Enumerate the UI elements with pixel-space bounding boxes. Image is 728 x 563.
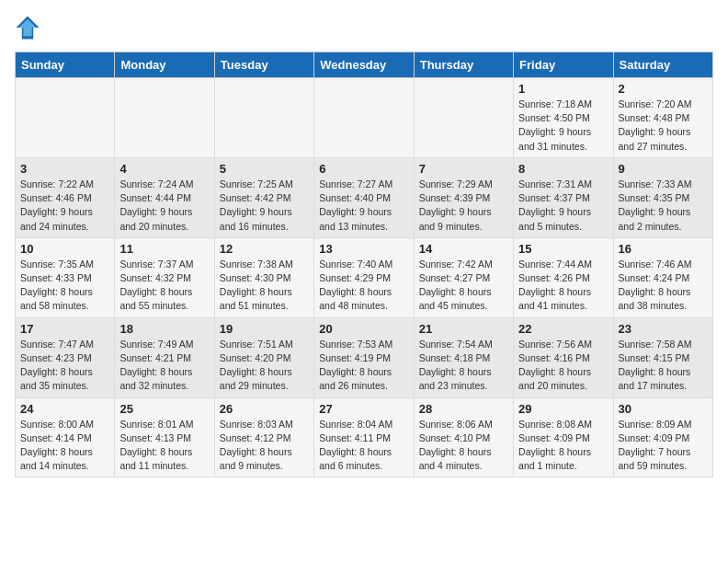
day-cell: 25Sunrise: 8:01 AM Sunset: 4:13 PM Dayli… — [115, 397, 214, 477]
day-detail: Sunrise: 7:56 AM Sunset: 4:16 PM Dayligh… — [518, 338, 608, 394]
day-detail: Sunrise: 7:29 AM Sunset: 4:39 PM Dayligh… — [419, 178, 508, 234]
weekday-header-tuesday: Tuesday — [214, 52, 313, 78]
day-number: 16 — [619, 242, 708, 256]
day-cell: 12Sunrise: 7:38 AM Sunset: 4:30 PM Dayli… — [214, 237, 313, 317]
day-cell: 22Sunrise: 7:56 AM Sunset: 4:16 PM Dayli… — [514, 317, 613, 397]
day-detail: Sunrise: 7:25 AM Sunset: 4:42 PM Dayligh… — [220, 178, 309, 234]
day-cell — [314, 78, 414, 158]
day-detail: Sunrise: 7:44 AM Sunset: 4:26 PM Dayligh… — [518, 258, 608, 314]
day-detail: Sunrise: 7:35 AM Sunset: 4:33 PM Dayligh… — [20, 258, 109, 314]
day-number: 5 — [220, 162, 309, 176]
day-detail: Sunrise: 7:22 AM Sunset: 4:46 PM Dayligh… — [20, 178, 109, 234]
day-cell: 4Sunrise: 7:24 AM Sunset: 4:44 PM Daylig… — [115, 157, 214, 237]
day-detail: Sunrise: 7:24 AM Sunset: 4:44 PM Dayligh… — [119, 178, 209, 234]
day-cell: 8Sunrise: 7:31 AM Sunset: 4:37 PM Daylig… — [514, 157, 613, 237]
day-number: 8 — [518, 162, 608, 176]
weekday-header-monday: Monday — [115, 52, 214, 78]
day-number: 4 — [119, 162, 209, 176]
weekday-header-friday: Friday — [514, 52, 613, 78]
week-row-2: 3Sunrise: 7:22 AM Sunset: 4:46 PM Daylig… — [16, 157, 713, 237]
day-detail: Sunrise: 7:18 AM Sunset: 4:50 PM Dayligh… — [518, 98, 608, 154]
day-number: 12 — [220, 242, 309, 256]
day-cell: 23Sunrise: 7:58 AM Sunset: 4:15 PM Dayli… — [613, 317, 712, 397]
logo-icon — [15, 15, 40, 40]
day-detail: Sunrise: 7:37 AM Sunset: 4:32 PM Dayligh… — [119, 258, 209, 314]
day-cell: 27Sunrise: 8:04 AM Sunset: 4:11 PM Dayli… — [314, 397, 414, 477]
day-number: 21 — [419, 322, 508, 336]
day-cell: 5Sunrise: 7:25 AM Sunset: 4:42 PM Daylig… — [214, 157, 313, 237]
day-cell: 17Sunrise: 7:47 AM Sunset: 4:23 PM Dayli… — [16, 317, 115, 397]
day-cell: 26Sunrise: 8:03 AM Sunset: 4:12 PM Dayli… — [214, 397, 313, 477]
day-number: 28 — [419, 402, 508, 416]
day-number: 23 — [619, 322, 708, 336]
day-detail: Sunrise: 8:03 AM Sunset: 4:12 PM Dayligh… — [220, 418, 309, 474]
week-row-3: 10Sunrise: 7:35 AM Sunset: 4:33 PM Dayli… — [16, 237, 713, 317]
day-cell — [414, 78, 513, 158]
day-cell: 28Sunrise: 8:06 AM Sunset: 4:10 PM Dayli… — [414, 397, 513, 477]
logo — [15, 15, 44, 40]
day-cell — [115, 78, 214, 158]
day-number: 17 — [20, 322, 109, 336]
day-cell: 9Sunrise: 7:33 AM Sunset: 4:35 PM Daylig… — [613, 157, 712, 237]
week-row-1: 1Sunrise: 7:18 AM Sunset: 4:50 PM Daylig… — [16, 78, 713, 158]
day-detail: Sunrise: 8:06 AM Sunset: 4:10 PM Dayligh… — [419, 418, 508, 474]
day-detail: Sunrise: 7:47 AM Sunset: 4:23 PM Dayligh… — [20, 338, 109, 394]
day-cell — [214, 78, 313, 158]
week-row-5: 24Sunrise: 8:00 AM Sunset: 4:14 PM Dayli… — [16, 397, 713, 477]
weekday-header-row: SundayMondayTuesdayWednesdayThursdayFrid… — [16, 52, 713, 78]
day-cell: 20Sunrise: 7:53 AM Sunset: 4:19 PM Dayli… — [314, 317, 414, 397]
day-detail: Sunrise: 7:54 AM Sunset: 4:18 PM Dayligh… — [419, 338, 508, 394]
page-header — [15, 15, 713, 40]
day-detail: Sunrise: 8:01 AM Sunset: 4:13 PM Dayligh… — [119, 418, 209, 474]
day-cell: 3Sunrise: 7:22 AM Sunset: 4:46 PM Daylig… — [16, 157, 115, 237]
day-cell: 15Sunrise: 7:44 AM Sunset: 4:26 PM Dayli… — [514, 237, 613, 317]
day-detail: Sunrise: 8:04 AM Sunset: 4:11 PM Dayligh… — [319, 418, 408, 474]
day-number: 20 — [319, 322, 408, 336]
day-cell: 14Sunrise: 7:42 AM Sunset: 4:27 PM Dayli… — [414, 237, 513, 317]
day-number: 25 — [119, 402, 209, 416]
day-number: 2 — [619, 82, 708, 96]
day-cell: 13Sunrise: 7:40 AM Sunset: 4:29 PM Dayli… — [314, 237, 414, 317]
day-number: 3 — [20, 162, 109, 176]
day-detail: Sunrise: 7:20 AM Sunset: 4:48 PM Dayligh… — [619, 98, 708, 154]
day-detail: Sunrise: 8:09 AM Sunset: 4:09 PM Dayligh… — [619, 418, 708, 474]
day-cell: 19Sunrise: 7:51 AM Sunset: 4:20 PM Dayli… — [214, 317, 313, 397]
day-cell: 7Sunrise: 7:29 AM Sunset: 4:39 PM Daylig… — [414, 157, 513, 237]
day-detail: Sunrise: 7:58 AM Sunset: 4:15 PM Dayligh… — [619, 338, 708, 394]
day-cell: 6Sunrise: 7:27 AM Sunset: 4:40 PM Daylig… — [314, 157, 414, 237]
day-detail: Sunrise: 7:38 AM Sunset: 4:30 PM Dayligh… — [220, 258, 309, 314]
day-number: 30 — [619, 402, 708, 416]
day-detail: Sunrise: 7:46 AM Sunset: 4:24 PM Dayligh… — [619, 258, 708, 314]
day-detail: Sunrise: 7:49 AM Sunset: 4:21 PM Dayligh… — [119, 338, 209, 394]
day-number: 27 — [319, 402, 408, 416]
day-number: 29 — [518, 402, 608, 416]
day-number: 22 — [518, 322, 608, 336]
day-cell: 29Sunrise: 8:08 AM Sunset: 4:09 PM Dayli… — [514, 397, 613, 477]
weekday-header-sunday: Sunday — [16, 52, 115, 78]
day-cell — [16, 78, 115, 158]
day-number: 13 — [319, 242, 408, 256]
day-cell: 21Sunrise: 7:54 AM Sunset: 4:18 PM Dayli… — [414, 317, 513, 397]
day-number: 1 — [518, 82, 608, 96]
day-detail: Sunrise: 7:31 AM Sunset: 4:37 PM Dayligh… — [518, 178, 608, 234]
day-number: 7 — [419, 162, 508, 176]
day-detail: Sunrise: 7:27 AM Sunset: 4:40 PM Dayligh… — [319, 178, 408, 234]
day-number: 14 — [419, 242, 508, 256]
day-number: 10 — [20, 242, 109, 256]
day-cell: 10Sunrise: 7:35 AM Sunset: 4:33 PM Dayli… — [16, 237, 115, 317]
day-cell: 16Sunrise: 7:46 AM Sunset: 4:24 PM Dayli… — [613, 237, 712, 317]
day-detail: Sunrise: 8:08 AM Sunset: 4:09 PM Dayligh… — [518, 418, 608, 474]
day-number: 9 — [619, 162, 708, 176]
weekday-header-thursday: Thursday — [414, 52, 513, 78]
day-cell: 18Sunrise: 7:49 AM Sunset: 4:21 PM Dayli… — [115, 317, 214, 397]
weekday-header-saturday: Saturday — [613, 52, 712, 78]
day-number: 11 — [119, 242, 209, 256]
day-cell: 24Sunrise: 8:00 AM Sunset: 4:14 PM Dayli… — [16, 397, 115, 477]
day-cell: 30Sunrise: 8:09 AM Sunset: 4:09 PM Dayli… — [613, 397, 712, 477]
day-number: 6 — [319, 162, 408, 176]
day-cell: 11Sunrise: 7:37 AM Sunset: 4:32 PM Dayli… — [115, 237, 214, 317]
day-detail: Sunrise: 7:40 AM Sunset: 4:29 PM Dayligh… — [319, 258, 408, 314]
svg-marker-1 — [19, 19, 37, 37]
day-detail: Sunrise: 7:51 AM Sunset: 4:20 PM Dayligh… — [220, 338, 309, 394]
day-number: 15 — [518, 242, 608, 256]
